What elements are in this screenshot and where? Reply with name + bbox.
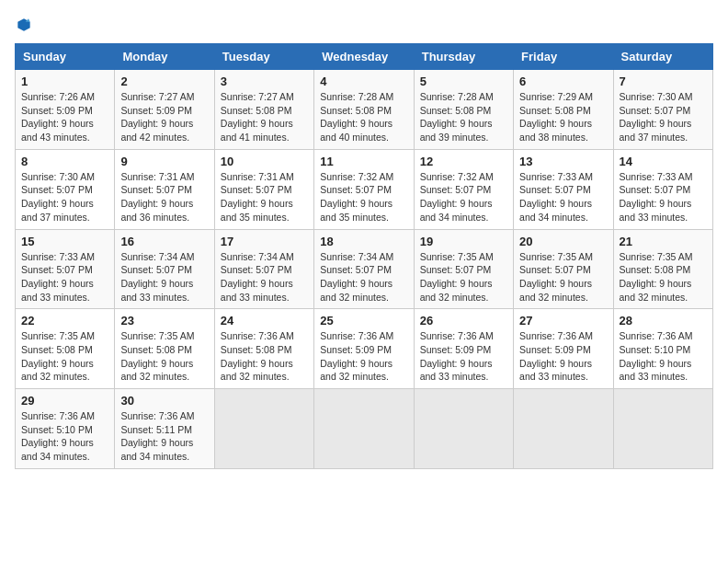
day-number: 2 (120, 75, 208, 88)
day-number: 13 (519, 155, 607, 168)
week-row-1: 1Sunrise: 7:26 AM Sunset: 5:09 PM Daylig… (16, 70, 713, 150)
day-number: 25 (320, 314, 407, 327)
day-cell: 11Sunrise: 7:32 AM Sunset: 5:07 PM Dayli… (314, 149, 414, 229)
day-number: 23 (120, 314, 208, 327)
col-header-saturday: Saturday (613, 44, 712, 70)
day-number: 9 (120, 155, 208, 168)
day-number: 14 (620, 155, 707, 168)
day-cell: 5Sunrise: 7:28 AM Sunset: 5:08 PM Daylig… (414, 70, 513, 150)
day-info: Sunrise: 7:34 AM Sunset: 5:07 PM Dayligh… (120, 250, 208, 304)
day-info: Sunrise: 7:35 AM Sunset: 5:08 PM Dayligh… (21, 329, 108, 384)
page-header (15, 15, 713, 34)
day-cell: 24Sunrise: 7:36 AM Sunset: 5:08 PM Dayli… (214, 309, 313, 389)
day-number: 12 (420, 155, 507, 168)
day-number: 28 (620, 314, 707, 327)
day-cell: 26Sunrise: 7:36 AM Sunset: 5:09 PM Dayli… (414, 309, 513, 389)
day-cell: 10Sunrise: 7:31 AM Sunset: 5:07 PM Dayli… (214, 149, 313, 229)
day-number: 18 (320, 235, 407, 248)
day-info: Sunrise: 7:33 AM Sunset: 5:07 PM Dayligh… (21, 250, 108, 304)
day-number: 8 (21, 155, 108, 168)
day-cell: 19Sunrise: 7:35 AM Sunset: 5:07 PM Dayli… (414, 229, 513, 309)
day-number: 24 (221, 314, 308, 327)
day-info: Sunrise: 7:36 AM Sunset: 5:08 PM Dayligh… (221, 329, 308, 384)
day-cell (214, 389, 313, 469)
day-cell: 13Sunrise: 7:33 AM Sunset: 5:07 PM Dayli… (514, 149, 613, 229)
day-cell: 29Sunrise: 7:36 AM Sunset: 5:10 PM Dayli… (16, 389, 115, 469)
day-cell: 25Sunrise: 7:36 AM Sunset: 5:09 PM Dayli… (314, 309, 414, 389)
day-number: 6 (519, 75, 607, 88)
col-header-sunday: Sunday (16, 44, 115, 70)
day-number: 11 (320, 155, 407, 168)
col-header-friday: Friday (514, 44, 613, 70)
day-cell: 14Sunrise: 7:33 AM Sunset: 5:07 PM Dayli… (613, 149, 712, 229)
day-info: Sunrise: 7:34 AM Sunset: 5:07 PM Dayligh… (221, 250, 308, 304)
day-info: Sunrise: 7:33 AM Sunset: 5:07 PM Dayligh… (620, 170, 707, 224)
col-header-thursday: Thursday (414, 44, 513, 70)
day-number: 7 (620, 75, 707, 88)
day-cell: 17Sunrise: 7:34 AM Sunset: 5:07 PM Dayli… (214, 229, 313, 309)
day-cell (314, 389, 414, 469)
week-row-5: 29Sunrise: 7:36 AM Sunset: 5:10 PM Dayli… (16, 389, 713, 469)
day-info: Sunrise: 7:32 AM Sunset: 5:07 PM Dayligh… (420, 170, 507, 224)
day-cell: 4Sunrise: 7:28 AM Sunset: 5:08 PM Daylig… (314, 70, 414, 150)
day-info: Sunrise: 7:36 AM Sunset: 5:09 PM Dayligh… (420, 329, 507, 384)
day-cell: 6Sunrise: 7:29 AM Sunset: 5:08 PM Daylig… (514, 70, 613, 150)
day-number: 16 (120, 235, 208, 248)
day-info: Sunrise: 7:32 AM Sunset: 5:07 PM Dayligh… (320, 170, 407, 224)
day-info: Sunrise: 7:35 AM Sunset: 5:08 PM Dayligh… (120, 329, 208, 384)
day-info: Sunrise: 7:28 AM Sunset: 5:08 PM Dayligh… (320, 90, 407, 144)
day-info: Sunrise: 7:36 AM Sunset: 5:09 PM Dayligh… (320, 329, 407, 384)
day-cell: 1Sunrise: 7:26 AM Sunset: 5:09 PM Daylig… (16, 70, 115, 150)
day-info: Sunrise: 7:30 AM Sunset: 5:07 PM Dayligh… (620, 90, 707, 144)
day-cell (514, 389, 613, 469)
day-cell: 16Sunrise: 7:34 AM Sunset: 5:07 PM Dayli… (115, 229, 214, 309)
day-info: Sunrise: 7:29 AM Sunset: 5:08 PM Dayligh… (519, 90, 607, 144)
day-cell: 22Sunrise: 7:35 AM Sunset: 5:08 PM Dayli… (16, 309, 115, 389)
day-info: Sunrise: 7:33 AM Sunset: 5:07 PM Dayligh… (519, 170, 607, 224)
day-info: Sunrise: 7:30 AM Sunset: 5:07 PM Dayligh… (21, 170, 108, 224)
day-info: Sunrise: 7:26 AM Sunset: 5:09 PM Dayligh… (21, 90, 108, 144)
week-row-3: 15Sunrise: 7:33 AM Sunset: 5:07 PM Dayli… (16, 229, 713, 309)
day-cell: 12Sunrise: 7:32 AM Sunset: 5:07 PM Dayli… (414, 149, 513, 229)
logo (15, 15, 37, 34)
day-cell (613, 389, 712, 469)
day-cell: 21Sunrise: 7:35 AM Sunset: 5:08 PM Dayli… (613, 229, 712, 309)
day-number: 15 (21, 235, 108, 248)
calendar-table: SundayMondayTuesdayWednesdayThursdayFrid… (15, 43, 713, 469)
day-number: 21 (620, 235, 707, 248)
day-info: Sunrise: 7:28 AM Sunset: 5:08 PM Dayligh… (420, 90, 507, 144)
calendar-header-row: SundayMondayTuesdayWednesdayThursdayFrid… (16, 44, 713, 70)
day-info: Sunrise: 7:27 AM Sunset: 5:09 PM Dayligh… (120, 90, 208, 144)
day-info: Sunrise: 7:35 AM Sunset: 5:07 PM Dayligh… (420, 250, 507, 304)
day-info: Sunrise: 7:27 AM Sunset: 5:08 PM Dayligh… (221, 90, 308, 144)
day-cell: 20Sunrise: 7:35 AM Sunset: 5:07 PM Dayli… (514, 229, 613, 309)
day-info: Sunrise: 7:35 AM Sunset: 5:07 PM Dayligh… (519, 250, 607, 304)
day-number: 3 (221, 75, 308, 88)
day-cell: 27Sunrise: 7:36 AM Sunset: 5:09 PM Dayli… (514, 309, 613, 389)
day-number: 27 (519, 314, 607, 327)
col-header-monday: Monday (115, 44, 214, 70)
day-number: 29 (21, 394, 108, 408)
day-number: 30 (120, 394, 208, 408)
col-header-wednesday: Wednesday (314, 44, 414, 70)
day-info: Sunrise: 7:36 AM Sunset: 5:10 PM Dayligh… (21, 409, 108, 464)
day-cell: 15Sunrise: 7:33 AM Sunset: 5:07 PM Dayli… (16, 229, 115, 309)
day-number: 26 (420, 314, 507, 327)
day-info: Sunrise: 7:36 AM Sunset: 5:10 PM Dayligh… (620, 329, 707, 384)
day-cell: 9Sunrise: 7:31 AM Sunset: 5:07 PM Daylig… (115, 149, 214, 229)
day-cell: 28Sunrise: 7:36 AM Sunset: 5:10 PM Dayli… (613, 309, 712, 389)
day-info: Sunrise: 7:36 AM Sunset: 5:09 PM Dayligh… (519, 329, 607, 384)
day-info: Sunrise: 7:34 AM Sunset: 5:07 PM Dayligh… (320, 250, 407, 304)
day-number: 10 (221, 155, 308, 168)
day-cell: 8Sunrise: 7:30 AM Sunset: 5:07 PM Daylig… (16, 149, 115, 229)
day-number: 4 (320, 75, 407, 88)
day-info: Sunrise: 7:31 AM Sunset: 5:07 PM Dayligh… (221, 170, 308, 224)
day-info: Sunrise: 7:35 AM Sunset: 5:08 PM Dayligh… (620, 250, 707, 304)
day-info: Sunrise: 7:36 AM Sunset: 5:11 PM Dayligh… (120, 409, 208, 464)
week-row-4: 22Sunrise: 7:35 AM Sunset: 5:08 PM Dayli… (16, 309, 713, 389)
day-cell: 7Sunrise: 7:30 AM Sunset: 5:07 PM Daylig… (613, 70, 712, 150)
day-number: 5 (420, 75, 507, 88)
day-number: 1 (21, 75, 108, 88)
day-cell: 30Sunrise: 7:36 AM Sunset: 5:11 PM Dayli… (115, 389, 214, 469)
day-number: 17 (221, 235, 308, 248)
